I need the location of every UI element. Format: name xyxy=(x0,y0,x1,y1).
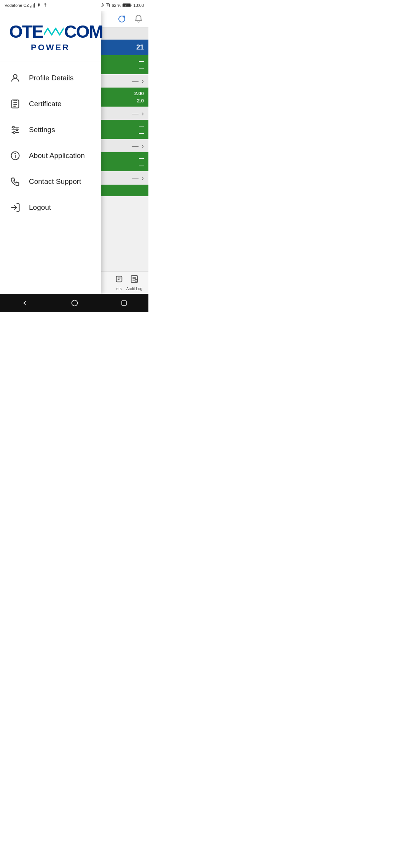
status-right: 62 % 13:03 xyxy=(100,3,144,8)
settings-label: Settings xyxy=(29,126,55,134)
signal-icon xyxy=(30,3,35,8)
logo-wave-icon xyxy=(44,24,64,39)
battery-label: 62 % xyxy=(112,3,121,8)
bluetooth-icon xyxy=(100,3,104,8)
sliders-icon xyxy=(9,124,21,136)
system-nav xyxy=(0,294,148,312)
svg-point-20 xyxy=(72,300,77,306)
profile-details-label: Profile Details xyxy=(29,74,73,82)
number-label: 21 xyxy=(136,43,144,51)
audit-log-icon xyxy=(130,275,139,285)
arrow-3: › xyxy=(142,142,144,150)
main-container: FAVOURITE Ask (Sell) 21 /MWh MWh — — — › xyxy=(0,11,148,312)
arrow-4: › xyxy=(142,174,144,182)
arrow-1: › xyxy=(142,77,144,85)
svg-point-8 xyxy=(13,75,17,78)
menu-item-certificate[interactable]: Certificate xyxy=(0,91,101,117)
logo-text: OTE COM xyxy=(9,21,103,42)
carrier-label: Vodafone CZ xyxy=(5,3,29,8)
orders-label: ers xyxy=(116,287,122,291)
about-application-label: About Application xyxy=(29,152,85,160)
wifi-icon xyxy=(36,3,41,8)
menu-item-logout[interactable]: Logout xyxy=(0,195,101,220)
val-2b: 2.0 xyxy=(137,98,144,104)
certificate-label: Certificate xyxy=(29,100,62,108)
val-4b: — xyxy=(139,163,144,168)
sign-out-icon xyxy=(9,201,21,214)
arrow-2: › xyxy=(142,110,144,118)
logo-power: POWER xyxy=(31,43,70,53)
svg-rect-21 xyxy=(122,301,126,305)
dash-1: — xyxy=(132,77,139,85)
logo-ote: OTE xyxy=(9,21,43,42)
svg-rect-7 xyxy=(135,279,137,282)
sim-icon xyxy=(105,3,110,8)
time-label: 13:03 xyxy=(133,3,144,8)
menu-item-about-application[interactable]: About Application xyxy=(0,143,101,169)
val-1a: — xyxy=(139,58,144,64)
audit-log-label: Audit Log xyxy=(126,287,142,291)
info-circle-icon xyxy=(9,150,21,162)
nav-item-audit-log[interactable]: Audit Log xyxy=(126,275,142,291)
person-icon xyxy=(9,72,21,84)
val-2a: 2.00 xyxy=(134,91,144,96)
battery-icon xyxy=(123,3,132,8)
back-button[interactable] xyxy=(21,299,29,307)
dash-4: — xyxy=(132,174,139,182)
menu-item-contact-support[interactable]: Contact Support xyxy=(0,169,101,195)
menu-item-settings[interactable]: Settings xyxy=(0,117,101,143)
clipboard-icon xyxy=(9,98,21,110)
usb-icon xyxy=(43,3,48,8)
svg-rect-2 xyxy=(131,5,131,6)
val-4a: — xyxy=(139,155,144,161)
svg-point-14 xyxy=(16,129,18,131)
logo-area: OTE COM POWER xyxy=(0,11,101,62)
status-left: Vodafone CZ xyxy=(5,3,48,8)
logo-com: COM xyxy=(64,21,103,42)
home-button[interactable] xyxy=(71,299,78,307)
svg-point-18 xyxy=(15,153,16,154)
logout-label: Logout xyxy=(29,203,51,212)
refresh-icon[interactable] xyxy=(116,14,127,24)
notification-icon[interactable] xyxy=(133,14,144,24)
contact-support-label: Contact Support xyxy=(29,177,81,186)
val-3b: — xyxy=(139,130,144,136)
menu-item-profile-details[interactable]: Profile Details xyxy=(0,65,101,91)
drawer-menu: OTE COM POWER Profile Details xyxy=(0,11,101,294)
svg-point-13 xyxy=(13,126,14,128)
status-bar: Vodafone CZ 62 % xyxy=(0,0,148,11)
menu-list: Profile Details Certificate xyxy=(0,62,101,294)
phone-icon xyxy=(9,176,21,188)
orders-icon xyxy=(115,275,123,285)
val-3a: — xyxy=(139,123,144,129)
svg-point-15 xyxy=(13,132,15,134)
dash-3: — xyxy=(132,142,139,150)
val-1b: — xyxy=(139,65,144,71)
dash-2: — xyxy=(132,110,139,118)
nav-item-orders[interactable]: ers xyxy=(115,275,123,291)
recent-button[interactable] xyxy=(121,300,127,306)
